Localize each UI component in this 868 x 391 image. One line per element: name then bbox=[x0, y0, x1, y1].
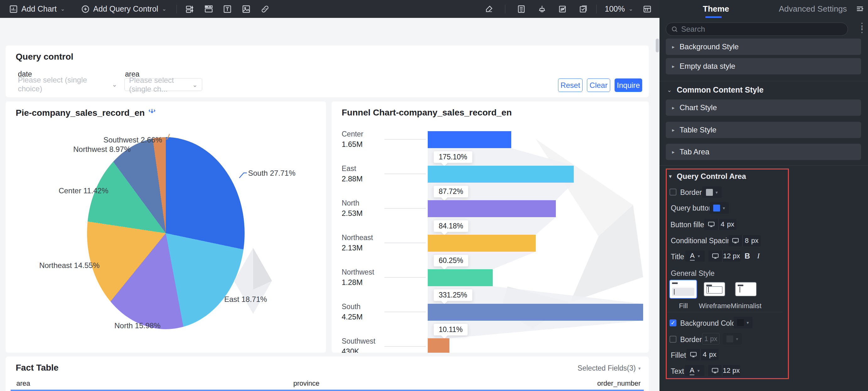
broom-icon[interactable] bbox=[537, 4, 547, 14]
fact-table-card[interactable]: Fact Table Selected Fields(3) ▾ areaprov… bbox=[6, 357, 649, 391]
border2-checkbox[interactable] bbox=[670, 336, 676, 343]
query-control-area-header[interactable]: ▾ Query Control Area bbox=[669, 172, 746, 181]
table-column-header-order_number[interactable]: order_number bbox=[597, 380, 641, 388]
clear-button[interactable]: Clear bbox=[587, 78, 610, 92]
border2-color-picker[interactable]: ▾ bbox=[723, 333, 742, 345]
border-color-picker[interactable]: ▾ bbox=[702, 186, 722, 198]
text-font-color-picker[interactable]: A▾ bbox=[685, 365, 704, 376]
area-select-placeholder: Please select (single ch... bbox=[129, 76, 192, 94]
date-select-placeholder: Please select (single choice) bbox=[18, 76, 112, 93]
funnel-label-line bbox=[384, 346, 426, 347]
sidebar-item-empty-data-style[interactable]: ▸Empty data style bbox=[666, 58, 861, 74]
query-button-color-picker[interactable]: ▾ bbox=[709, 202, 729, 214]
title-font-color-picker[interactable]: A▾ bbox=[685, 251, 705, 262]
funnel-bar-northeast[interactable] bbox=[428, 235, 536, 252]
pie-chart-card[interactable]: Pie-company_sales_record_en South 27.71%… bbox=[6, 101, 326, 353]
hide-preview-icon[interactable] bbox=[558, 4, 567, 14]
funnel-category-label: East bbox=[342, 164, 356, 173]
more-options-icon[interactable]: ⋮⋮ bbox=[858, 24, 862, 31]
conditional-spacing-label: Conditional Spacing bbox=[671, 237, 735, 245]
component-board-icon[interactable] bbox=[185, 4, 194, 14]
canvas-scrollbar-thumb[interactable] bbox=[656, 39, 659, 53]
button-fillet-size-control[interactable]: 4px bbox=[704, 219, 736, 230]
style-option-minimalist[interactable] bbox=[735, 282, 757, 297]
fillet-size-control[interactable]: 4px bbox=[686, 349, 718, 360]
tab-theme[interactable]: Theme bbox=[703, 0, 729, 18]
reset-button[interactable]: Reset bbox=[558, 78, 583, 92]
border-checkbox[interactable] bbox=[670, 189, 676, 195]
chevron-down-icon: ⌄ bbox=[61, 6, 65, 12]
pie-chart[interactable] bbox=[87, 137, 245, 329]
area-select[interactable]: Please select (single ch... ⌄ bbox=[124, 78, 202, 91]
table-icon[interactable] bbox=[643, 4, 652, 14]
funnel-bar-north[interactable] bbox=[428, 200, 556, 217]
date-select[interactable]: Please select (single choice) ⌄ bbox=[18, 78, 117, 91]
chevron-down-icon: ⌄ bbox=[162, 6, 166, 12]
style-option-fill[interactable] bbox=[669, 280, 697, 299]
chevron-down-icon: ⌄ bbox=[629, 6, 633, 12]
color-swatch bbox=[726, 335, 733, 343]
border-width-input[interactable]: 1 px bbox=[702, 333, 719, 345]
funnel-chart-card[interactable]: Funnel Chart-company_sales_record_en Cen… bbox=[332, 101, 649, 353]
add-chart-button[interactable]: Add Chart ⌄ bbox=[9, 4, 65, 14]
color-swatch bbox=[737, 319, 744, 326]
funnel-label-line bbox=[384, 139, 426, 140]
table-column-header-area[interactable]: area bbox=[16, 380, 30, 388]
tab-advanced-settings[interactable]: Advanced Settings bbox=[779, 0, 847, 18]
italic-toggle[interactable]: I bbox=[757, 252, 760, 260]
caret-down-icon: ▾ bbox=[698, 254, 700, 259]
image-icon[interactable] bbox=[242, 4, 251, 14]
title-font-size-control[interactable]: 12 px bbox=[709, 251, 741, 262]
banner-icon[interactable] bbox=[204, 4, 213, 14]
section-divider bbox=[659, 165, 868, 166]
pie-slice-label: North 15.98% bbox=[6, 321, 160, 330]
funnel-label-line bbox=[384, 242, 426, 243]
table-column-header-province[interactable]: province bbox=[293, 380, 319, 388]
dashboard-canvas: Data ★ Query control date Please select … bbox=[0, 18, 659, 391]
funnel-value-label: 1.28M bbox=[342, 278, 363, 287]
query-button-label: Query button bbox=[671, 204, 713, 213]
background-color-checkbox[interactable]: ✓ bbox=[670, 320, 676, 326]
outline-doc-icon[interactable] bbox=[517, 4, 526, 14]
add-query-control-button[interactable]: Add Query Control ⌄ bbox=[81, 4, 166, 14]
selected-fields-dropdown[interactable]: Selected Fields(3) ▾ bbox=[578, 364, 641, 372]
funnel-bar-center[interactable] bbox=[428, 131, 511, 148]
drill-down-icon[interactable] bbox=[148, 108, 156, 118]
bold-toggle[interactable]: B bbox=[745, 252, 750, 260]
funnel-bar-south[interactable] bbox=[428, 304, 643, 321]
caret-down-icon: ▾ bbox=[715, 190, 718, 195]
common-content-style-header[interactable]: ⌄ Common Content Style bbox=[667, 85, 764, 94]
pen-icon[interactable] bbox=[484, 4, 494, 14]
funnel-category-label: Northeast bbox=[342, 233, 373, 242]
pie-slice-label: South 27.71% bbox=[248, 169, 296, 177]
color-swatch bbox=[713, 205, 720, 211]
funnel-bar-northwest[interactable] bbox=[428, 269, 493, 286]
sidebar-item-tab-area[interactable]: ▸Tab Area bbox=[666, 144, 861, 160]
search-input[interactable]: Search bbox=[666, 23, 848, 36]
monitor-icon bbox=[686, 349, 701, 360]
style-option-wireframe[interactable] bbox=[704, 282, 725, 297]
conditional-spacing-size-control[interactable]: 8px bbox=[728, 235, 761, 246]
monitor-icon bbox=[709, 251, 722, 262]
funnel-label-line bbox=[384, 208, 426, 209]
title-style-label: Title bbox=[671, 253, 684, 261]
conversion-rate-tag: 10.11% bbox=[434, 324, 468, 335]
text-icon[interactable] bbox=[223, 4, 232, 14]
sidebar-item-background-style[interactable]: ▸Background Style bbox=[666, 39, 861, 55]
collapse-panel-icon[interactable] bbox=[856, 4, 864, 14]
sidebar-item-table-style[interactable]: ▸Table Style bbox=[666, 122, 861, 138]
link-icon[interactable] bbox=[260, 4, 270, 14]
inquire-button[interactable]: Inquire bbox=[615, 78, 642, 92]
sidebar-item-chart-style[interactable]: ▸Chart Style bbox=[666, 99, 861, 116]
funnel-bar-southwest[interactable] bbox=[428, 338, 450, 353]
dashboard-editor: Add Chart ⌄ Add Query Control ⌄ 100% ⌄ D… bbox=[0, 0, 868, 391]
search-icon bbox=[671, 26, 678, 33]
batch-select-icon[interactable] bbox=[579, 4, 588, 14]
text-font-size-control[interactable]: 12 px bbox=[708, 365, 740, 376]
background-color-picker[interactable]: ▾ bbox=[734, 317, 752, 329]
zoom-level-dropdown[interactable]: 100% ⌄ bbox=[605, 4, 633, 13]
toolbar-divider bbox=[177, 5, 177, 13]
funnel-value-label: 2.13M bbox=[342, 243, 363, 252]
general-style-label: General Style bbox=[671, 269, 714, 278]
funnel-bar-east[interactable] bbox=[428, 166, 574, 183]
